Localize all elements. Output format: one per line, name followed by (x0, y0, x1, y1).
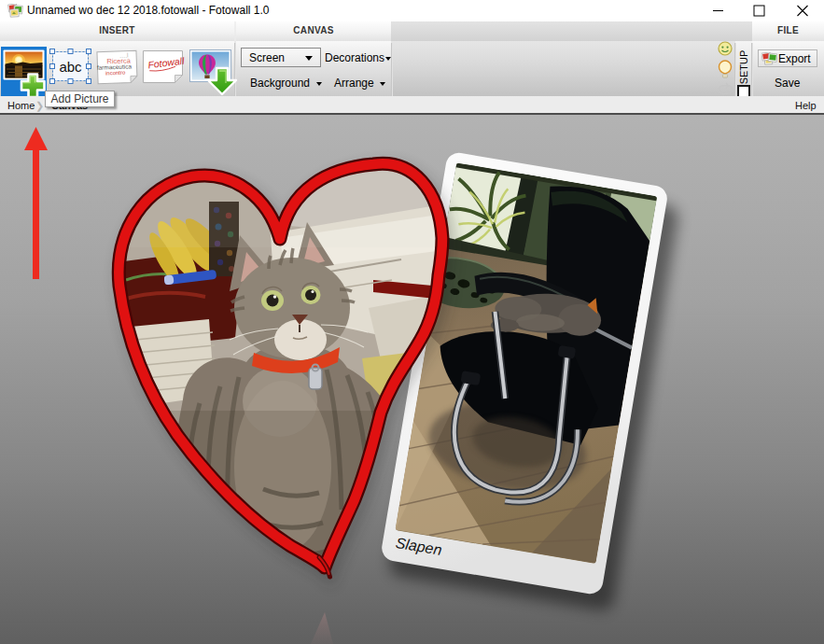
svg-text:abc: abc (59, 59, 82, 75)
svg-text:incontro: incontro (105, 70, 126, 77)
